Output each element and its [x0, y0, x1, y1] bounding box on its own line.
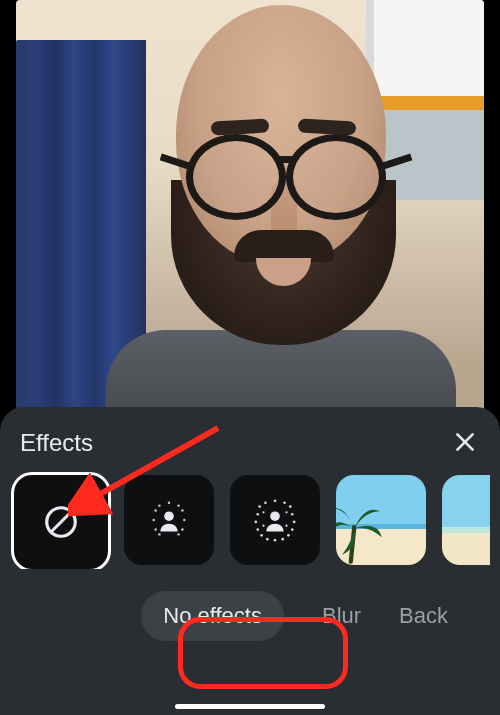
svg-point-29	[287, 534, 290, 537]
label-background[interactable]: Back	[399, 603, 448, 629]
svg-point-26	[256, 528, 259, 531]
svg-point-5	[154, 509, 156, 511]
effect-none[interactable]	[14, 475, 108, 569]
svg-point-31	[274, 539, 277, 542]
label-no-effects[interactable]: No effects	[141, 591, 284, 641]
effect-blur-strong[interactable]	[230, 475, 320, 565]
effect-labels: No effects Blur Back	[0, 569, 500, 641]
svg-point-32	[281, 538, 284, 541]
svg-point-25	[293, 521, 296, 524]
svg-point-10	[152, 519, 154, 521]
svg-point-28	[260, 534, 263, 537]
home-indicator[interactable]	[175, 704, 325, 709]
person-blur-light-icon	[146, 497, 192, 543]
svg-point-17	[258, 505, 261, 508]
svg-point-13	[181, 528, 183, 530]
screen: Effects	[0, 0, 500, 715]
svg-point-30	[266, 538, 269, 541]
effects-panel: Effects	[0, 407, 500, 715]
svg-point-9	[181, 509, 183, 511]
svg-point-7	[168, 502, 170, 504]
person-blur-strong-icon	[252, 497, 298, 543]
close-button[interactable]	[452, 429, 480, 457]
effect-blur-light[interactable]	[124, 475, 214, 565]
svg-point-18	[264, 501, 267, 504]
svg-point-6	[158, 504, 160, 506]
svg-point-24	[254, 521, 257, 524]
panel-title: Effects	[20, 429, 93, 457]
close-icon	[452, 441, 478, 458]
svg-point-36	[285, 525, 287, 527]
svg-point-34	[285, 511, 287, 513]
svg-point-20	[283, 501, 286, 504]
effects-thumbnails	[0, 471, 500, 569]
effect-bg-beach[interactable]	[442, 475, 490, 565]
effect-bg-beach-palm[interactable]	[336, 475, 426, 565]
svg-point-22	[256, 513, 259, 516]
label-blur[interactable]: Blur	[322, 603, 361, 629]
svg-point-33	[262, 511, 264, 513]
svg-point-27	[291, 528, 294, 531]
svg-point-19	[274, 499, 277, 502]
svg-point-21	[289, 505, 292, 508]
video-preview	[16, 0, 484, 410]
svg-point-4	[164, 511, 174, 521]
svg-point-11	[183, 519, 185, 521]
svg-point-12	[154, 528, 156, 530]
svg-point-16	[270, 511, 280, 521]
svg-point-14	[158, 533, 160, 535]
svg-point-15	[177, 533, 179, 535]
svg-line-3	[52, 513, 71, 532]
svg-point-23	[291, 513, 294, 516]
prohibit-icon	[42, 503, 80, 541]
svg-point-35	[262, 525, 264, 527]
svg-point-8	[177, 504, 179, 506]
